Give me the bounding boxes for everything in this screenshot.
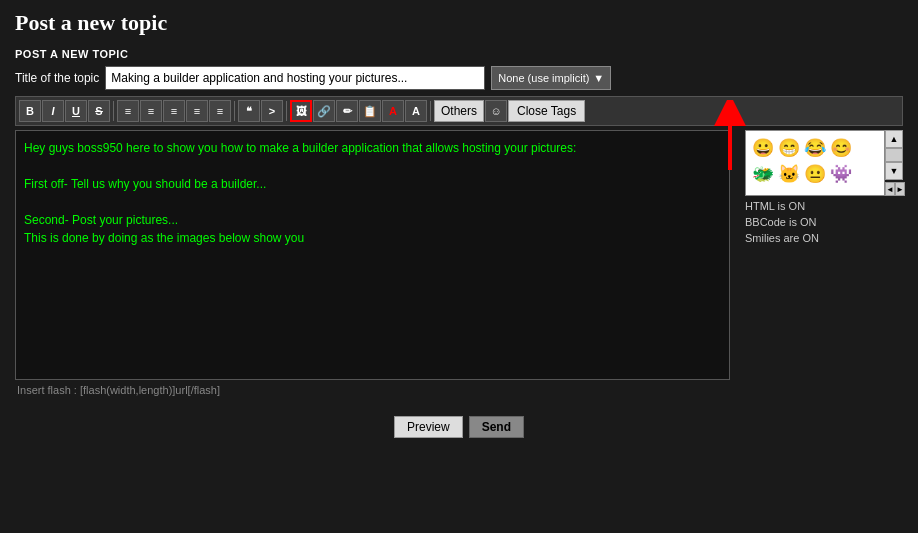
bottom-buttons: Preview Send [15, 416, 903, 438]
separator1 [113, 101, 114, 121]
align-justify-button[interactable]: ≡ [186, 100, 208, 122]
horiz-scroll-row: ◄ ► [885, 182, 903, 196]
strikethrough-button[interactable]: S [88, 100, 110, 122]
smileys-panel: 😀 😁 😂 😊 🐲 🐱 😐 👾 ▲ [745, 130, 903, 196]
status-html: HTML is ON [745, 200, 903, 212]
list-button[interactable]: 📋 [359, 100, 381, 122]
smiley-alien[interactable]: 👾 [830, 163, 852, 185]
scroll-track [885, 148, 903, 162]
editor-toolbar: B I U S ≡ ≡ ≡ ≡ ≡ ❝ > 🖼 🔗 ✏ 📋 A A Others… [15, 96, 903, 126]
font-color-button[interactable]: A [382, 100, 404, 122]
scroll-left-button[interactable]: ◄ [885, 182, 895, 196]
status-bbcode: BBCode is ON [745, 216, 903, 228]
scroll-panel: ▲ ▼ ◄ ► [885, 130, 903, 196]
section-header: POST A NEW TOPIC [15, 48, 903, 60]
separator2 [234, 101, 235, 121]
align-center-button[interactable]: ≡ [140, 100, 162, 122]
smiley-row-2: 🐲 🐱 😐 👾 [752, 163, 878, 185]
editor-wrapper: Hey guys boss950 here to show you how to… [15, 130, 903, 396]
title-input[interactable] [105, 66, 485, 90]
others-button[interactable]: Others [434, 100, 484, 122]
align-left-button[interactable]: ≡ [117, 100, 139, 122]
edit-button[interactable]: ✏ [336, 100, 358, 122]
smiley-lol[interactable]: 😂 [804, 137, 826, 159]
status-smilies: Smilies are ON [745, 232, 903, 244]
close-tags-button[interactable]: Close Tags [508, 100, 585, 122]
red-arrow-icon [700, 100, 760, 180]
separator3 [286, 101, 287, 121]
implicit-dropdown[interactable]: None (use implicit) ▼ [491, 66, 611, 90]
separator4 [430, 101, 431, 121]
editor-textarea[interactable]: Hey guys boss950 here to show you how to… [15, 130, 730, 380]
smiley-neutral[interactable]: 😐 [804, 163, 826, 185]
smiley-smile[interactable]: 😊 [830, 137, 852, 159]
smiley-row-1: 😀 😁 😂 😊 [752, 137, 878, 159]
italic-button[interactable]: I [42, 100, 64, 122]
scroll-up-button[interactable]: ▲ [885, 130, 903, 148]
title-label: Title of the topic [15, 71, 99, 85]
quote-button[interactable]: ❝ [238, 100, 260, 122]
scroll-right-button[interactable]: ► [895, 182, 905, 196]
preview-button[interactable]: Preview [394, 416, 463, 438]
smileys-box: 😀 😁 😂 😊 🐲 🐱 😐 👾 [745, 130, 885, 196]
font-size-button[interactable]: A [405, 100, 427, 122]
bold-button[interactable]: B [19, 100, 41, 122]
smiley-laugh[interactable]: 😁 [778, 137, 800, 159]
link-button[interactable]: 🔗 [313, 100, 335, 122]
indent-button[interactable]: ≡ [209, 100, 231, 122]
editor-container: Hey guys boss950 here to show you how to… [15, 130, 903, 380]
smiley-button[interactable]: ☺ [485, 100, 507, 122]
dropdown-arrow-icon: ▼ [593, 72, 604, 84]
code-button[interactable]: > [261, 100, 283, 122]
image-button[interactable]: 🖼 [290, 100, 312, 122]
title-row: Title of the topic None (use implicit) ▼ [15, 66, 903, 90]
scroll-down-button[interactable]: ▼ [885, 162, 903, 180]
dropdown-label: None (use implicit) [498, 72, 589, 84]
smiley-cat[interactable]: 🐱 [778, 163, 800, 185]
flash-hint: Insert flash : [flash(width,length)]url[… [15, 384, 903, 396]
page-title: Post a new topic [15, 10, 903, 36]
send-final-button[interactable]: Send [469, 416, 524, 438]
underline-button[interactable]: U [65, 100, 87, 122]
right-panel: 😀 😁 😂 😊 🐲 🐱 😐 👾 ▲ [745, 130, 903, 380]
align-right-button[interactable]: ≡ [163, 100, 185, 122]
